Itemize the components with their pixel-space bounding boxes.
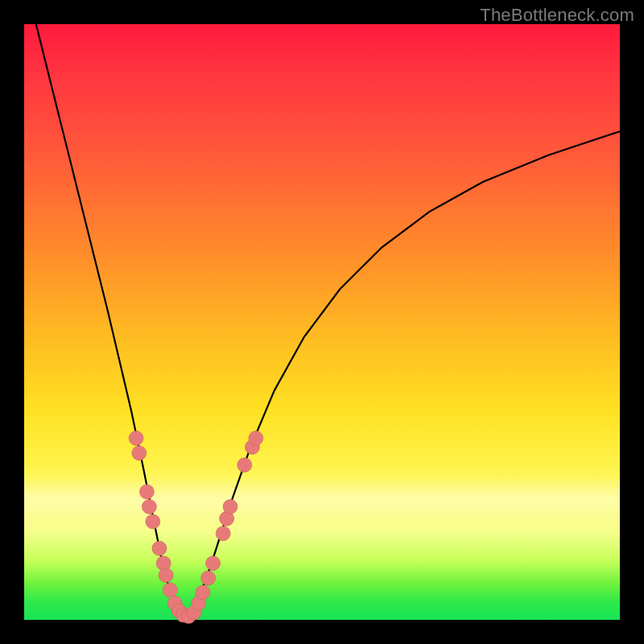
data-dot	[142, 499, 156, 514]
data-dot	[237, 458, 252, 473]
chart-frame: TheBottleneck.com	[0, 0, 644, 644]
data-dot	[196, 585, 210, 600]
data-dot	[152, 541, 167, 555]
data-dot	[201, 571, 216, 585]
data-dot	[249, 431, 263, 445]
chart-svg	[24, 24, 620, 620]
curve-left	[36, 24, 185, 617]
data-dot	[139, 485, 154, 499]
data-dot	[216, 526, 230, 541]
data-dot	[206, 556, 221, 571]
watermark-text: TheBottleneck.com	[480, 5, 634, 26]
data-dots	[129, 431, 263, 623]
data-dot	[132, 446, 147, 460]
data-dot	[159, 568, 173, 583]
curve-right	[185, 131, 620, 617]
data-dot	[163, 583, 177, 597]
data-dot	[223, 499, 237, 514]
data-dot	[129, 431, 143, 445]
plot-area	[24, 24, 620, 620]
data-dot	[146, 514, 160, 529]
